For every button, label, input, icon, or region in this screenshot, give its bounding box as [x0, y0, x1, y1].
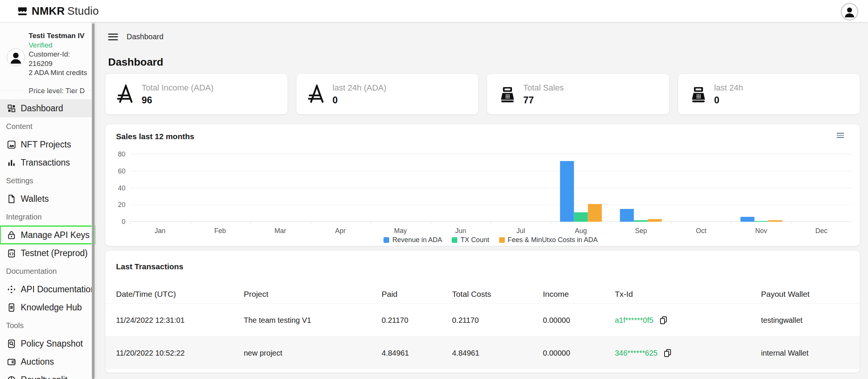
y-tick-label: 60	[108, 167, 125, 175]
nmkr-logo[interactable]: NMKRStudio	[17, 0, 99, 22]
legend-item[interactable]: Revenue in ADA	[384, 236, 442, 244]
sidebar-item-policy-snapshot[interactable]: Policy Snapshot	[0, 335, 95, 353]
bar-column-jun	[431, 150, 491, 222]
x-tick-label: Oct	[671, 227, 731, 235]
sidebar-item-auctions[interactable]: Auctions	[0, 353, 95, 371]
sidebar-item-wallets[interactable]: Wallets	[0, 190, 95, 208]
cell-paid: 0.21170	[382, 316, 452, 325]
nav-section-settings: Settings	[0, 172, 95, 190]
table-title: Last Transactions	[116, 262, 183, 271]
txid-link[interactable]: 346******625	[615, 349, 657, 358]
stat-label: last 24h	[714, 83, 743, 93]
y-tick-label: 20	[108, 201, 125, 209]
scrollbar-thumb[interactable]	[92, 23, 95, 379]
sidebar-avatar	[7, 48, 25, 66]
person-icon	[8, 50, 23, 65]
mint-credits: 2 ADA Mint credits	[29, 68, 95, 78]
dashboard-grid-icon	[7, 104, 16, 113]
sidebar-item-manage-api-keys[interactable]: Manage API Keys	[0, 226, 95, 244]
nmkr-logo-mark-icon	[17, 6, 28, 16]
table-row: 11/24/2022 12:31:01 The team testing V1 …	[105, 304, 860, 336]
card-total-income: Total Income (ADA) 96	[105, 74, 287, 114]
hamburger-menu-icon[interactable]	[108, 34, 118, 40]
x-tick-label: Aug	[551, 227, 611, 235]
y-tick-label: 40	[108, 184, 125, 192]
col-total-costs: Total Costs	[452, 290, 543, 299]
copy-icon[interactable]	[659, 315, 668, 325]
verified-badge: Verified	[29, 41, 95, 50]
user-avatar-button[interactable]	[841, 3, 858, 20]
stat-label: Total Sales	[523, 83, 564, 93]
legend-item[interactable]: TX Count	[452, 236, 489, 244]
sidebar-item-label: Auctions	[21, 357, 54, 367]
breadcrumb-label: Dashboard	[127, 32, 164, 41]
sidebar-item-label: NFT Projects	[21, 140, 71, 150]
bar-aug	[560, 161, 574, 222]
x-tick-label: Dec	[791, 227, 851, 235]
policy-search-icon	[7, 339, 16, 348]
chart-plot: 020406080	[130, 150, 851, 222]
sidebar: Testi Testman IV Verified Customer-Id: 2…	[0, 22, 95, 379]
col-payout-wallet: Payout Wallet	[761, 290, 860, 299]
stat-value: 96	[142, 95, 214, 106]
sidebar-item-label: Wallets	[21, 194, 49, 204]
cell-payout-wallet: testingwallet	[761, 316, 860, 325]
page-title: Dashboard	[108, 56, 163, 68]
user-info: Testi Testman IV Verified Customer-Id: 2…	[29, 31, 95, 95]
card-total-sales: Total Sales 77	[487, 74, 669, 114]
move-arrows-icon	[7, 285, 16, 294]
sidebar-item-label: API Documentation	[21, 284, 95, 295]
logo-text: NMKRStudio	[32, 5, 99, 17]
table-row: 11/20/2022 10:52:22 new project 4.84961 …	[105, 336, 860, 369]
sidebar-item-api-documentation[interactable]: API Documentation	[0, 280, 95, 298]
sidebar-item-knowledge-hub[interactable]: Knowledge Hub	[0, 298, 95, 316]
bar-nov	[740, 217, 754, 222]
y-tick-label: 80	[108, 150, 125, 158]
nav-section-content: Content	[0, 117, 95, 135]
card-last24h-sales: last 24h 0	[678, 74, 860, 114]
bar-column-sep	[611, 150, 671, 222]
sidebar-item-dashboard[interactable]: Dashboard	[0, 99, 95, 117]
stat-label: last 24h (ADA)	[333, 83, 387, 93]
sidebar-item-royalty-split[interactable]: Royalty split	[0, 371, 95, 379]
bar-aug	[574, 212, 588, 222]
legend-label: Fees & MinUtxo Costs in ADA	[508, 236, 598, 244]
royalty-split-icon	[7, 375, 16, 379]
cell-project: The team testing V1	[244, 316, 382, 325]
txid-link[interactable]: a1f******0f5	[615, 316, 653, 325]
sidebar-item-label: Knowledge Hub	[21, 302, 82, 313]
bar-chart-icon	[7, 158, 16, 167]
sidebar-item-transactions[interactable]: Transactions	[0, 153, 95, 172]
bar-column-dec	[791, 150, 851, 222]
person-icon	[843, 5, 856, 18]
cell-total-costs: 0.21170	[452, 316, 543, 325]
stat-label: Total Income (ADA)	[142, 83, 214, 93]
cell-income: 0.00000	[543, 316, 615, 325]
sidebar-item-label: Manage API Keys	[21, 230, 90, 240]
image-icon	[7, 140, 16, 149]
bar-column-nov	[731, 150, 792, 222]
cell-txid: 346******625	[615, 348, 761, 358]
ada-symbol-icon	[307, 84, 327, 105]
x-tick-label: Feb	[190, 227, 251, 235]
cell-payout-wallet: internal Wallet	[761, 349, 860, 358]
x-tick-label: Jul	[491, 227, 551, 235]
cell-income: 0.00000	[543, 349, 615, 358]
stat-value: 0	[714, 95, 743, 106]
chart-legend: Revenue in ADATX CountFees & MinUtxo Cos…	[130, 236, 851, 244]
legend-item[interactable]: Fees & MinUtxo Costs in ADA	[499, 236, 598, 244]
ada-symbol-icon	[116, 84, 136, 105]
cell-txid: a1f******0f5	[615, 315, 761, 325]
divider	[0, 90, 92, 91]
copy-icon[interactable]	[663, 348, 672, 358]
sidebar-item-nft-projects[interactable]: NFT Projects	[0, 135, 95, 153]
col-txid: Tx-Id	[615, 290, 761, 299]
chart-menu-icon[interactable]	[837, 133, 844, 138]
wallet-icon	[7, 357, 16, 367]
bar-nov	[754, 221, 768, 222]
x-tick-label: Mar	[250, 227, 310, 235]
sidebar-item-label: Testnet (Preprod)	[21, 248, 88, 258]
top-bar: NMKRStudio	[0, 0, 868, 22]
sidebar-scrollbar[interactable]	[92, 22, 95, 379]
sidebar-item-testnet-preprod[interactable]: Testnet (Preprod)	[0, 244, 95, 262]
